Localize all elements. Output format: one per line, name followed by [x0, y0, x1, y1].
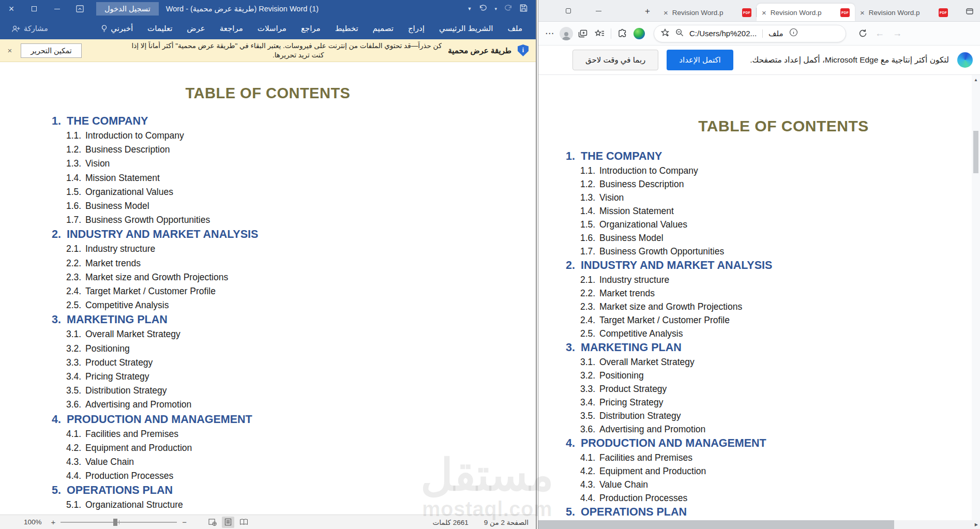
- minimize-button[interactable]: [46, 0, 68, 18]
- sign-in-button[interactable]: تسجيل الدخول: [96, 2, 159, 16]
- ribbon-tab-10[interactable]: أخبرني: [94, 20, 140, 37]
- back-icon[interactable]: →: [888, 28, 906, 39]
- edge-maximize-button[interactable]: [558, 0, 579, 22]
- toc-section-title: INDUSTRY AND MARKET ANALYSIS: [67, 228, 258, 240]
- toc-item: 1.5.Organizational Values: [566, 218, 972, 231]
- save-icon[interactable]: [520, 4, 527, 14]
- favorites-icon[interactable]: [591, 25, 608, 42]
- ribbon-tab-label: مراجع: [301, 24, 321, 33]
- toc-item-number: 4.1.: [580, 451, 599, 464]
- ribbon-display-options-icon: [76, 5, 84, 12]
- ribbon-tab-1[interactable]: الشريط الرئيسي: [432, 20, 501, 37]
- ribbon-tab-label: مراسلات: [258, 24, 287, 33]
- horizontal-scrollbar[interactable]: ▶: [538, 520, 980, 529]
- profile-avatar[interactable]: [558, 25, 575, 42]
- address-bar[interactable]: C:/Users/hp%202... ملف: [654, 25, 846, 42]
- tab-actions-menu-button[interactable]: [966, 7, 973, 17]
- toc-item-label: Business Growth Opportunities: [599, 246, 724, 256]
- ribbon-tab-6[interactable]: مراسلات: [250, 20, 294, 37]
- edge-setup-notification: ربما في وقت لاحق اكتمل الإعداد لتكون أكث…: [538, 46, 980, 75]
- read-mode-icon[interactable]: [237, 517, 250, 528]
- ribbon-display-options-button[interactable]: [68, 0, 91, 18]
- toc-item: 2.5.Competitive Analysis: [566, 327, 972, 340]
- tab-close-icon[interactable]: ×: [762, 8, 766, 17]
- ribbon-tab-7[interactable]: مراجعة: [213, 20, 250, 37]
- zoom-in-button[interactable]: +: [51, 518, 56, 526]
- word-window: × تسجيل الدخول Revision Word (1) (طريقة …: [0, 0, 537, 529]
- share-label: مشاركة: [24, 24, 48, 33]
- zoom-out-button[interactable]: −: [182, 518, 187, 526]
- idm-extension-icon[interactable]: [631, 25, 647, 42]
- tab-close-icon[interactable]: ×: [664, 8, 668, 17]
- web-layout-icon[interactable]: [206, 517, 219, 528]
- redo-icon[interactable]: [504, 4, 512, 13]
- browser-tab-0[interactable]: ×Revision Word.pPDF: [658, 4, 757, 21]
- edge-minimize-button[interactable]: [588, 0, 609, 22]
- toc-item-number: 1.4.: [66, 171, 85, 185]
- toc-section-title: OPERATIONS PLAN: [581, 506, 687, 518]
- ribbon-tab-2[interactable]: إدراج: [401, 20, 432, 37]
- url-text[interactable]: C:/Users/hp%202...: [689, 29, 757, 38]
- customize-toolbar-icon[interactable]: ▼: [468, 6, 472, 11]
- collections-icon[interactable]: [575, 25, 591, 42]
- zoom-slider-thumb[interactable]: [113, 519, 117, 526]
- toc-item-label: Target Market / Customer Profile: [599, 315, 730, 325]
- maximize-button[interactable]: [23, 0, 46, 18]
- toc-item: 1.2.Business Description: [566, 177, 972, 191]
- print-layout-icon[interactable]: [222, 517, 234, 528]
- toc-item: 1.3.Vision: [52, 157, 536, 171]
- toc-section-title: MARKETING PLAN: [67, 313, 168, 326]
- site-info-icon[interactable]: [789, 28, 798, 39]
- forward-icon[interactable]: ←: [871, 28, 888, 39]
- ribbon-tab-9[interactable]: تعليمات: [140, 20, 179, 37]
- close-button[interactable]: ×: [0, 0, 23, 18]
- document-area: TABLE OF CONTENTS 1.THE COMPANY1.1.Intro…: [0, 62, 536, 515]
- zoom-out-page-icon[interactable]: [675, 28, 684, 39]
- zoom-slider[interactable]: [61, 522, 177, 523]
- enable-editing-button[interactable]: تمكين التحرير: [21, 43, 82, 58]
- settings-menu-icon[interactable]: ⋯: [541, 25, 558, 42]
- ribbon-tab-0[interactable]: ملف: [500, 20, 530, 37]
- maximize-icon: [32, 6, 37, 11]
- toc-item-number: 1.1.: [580, 164, 599, 177]
- page-info[interactable]: الصفحة 2 من 9: [484, 518, 529, 526]
- protected-message-line2: كنت تريد تحريرها.: [87, 51, 324, 60]
- toc-item-label: Advertising and Promotion: [599, 424, 705, 434]
- toc-section-title: INDUSTRY AND MARKET ANALYSIS: [581, 259, 772, 271]
- edge-maximize-icon: [566, 8, 571, 13]
- scroll-up-icon[interactable]: ▲: [972, 78, 980, 82]
- vertical-scrollbar-thumb[interactable]: [973, 131, 978, 173]
- undo-icon[interactable]: [479, 4, 487, 13]
- maybe-later-button[interactable]: ربما في وقت لاحق: [572, 50, 658, 70]
- browser-tab-2[interactable]: ×Revision Word.pPDF: [855, 4, 953, 21]
- zoom-level[interactable]: 100%: [24, 518, 42, 526]
- new-tab-button[interactable]: +: [641, 5, 654, 18]
- complete-setup-button[interactable]: اكتمل الإعداد: [667, 50, 733, 70]
- undo-dropdown-icon[interactable]: ▾: [494, 6, 497, 11]
- toc-item-label: Production Processes: [85, 471, 173, 481]
- vertical-scrollbar[interactable]: ▲: [972, 75, 980, 520]
- toc-item: 3.6.Advertising and Promotion: [566, 422, 972, 436]
- toc-item-number: 4.3.: [580, 478, 599, 491]
- ribbon-tab-3[interactable]: تصميم: [366, 20, 401, 37]
- protected-bar-close-icon[interactable]: ×: [4, 46, 16, 55]
- word-count[interactable]: 2661 كلمات: [433, 518, 469, 526]
- ribbon-tab-5[interactable]: مراجع: [294, 20, 328, 37]
- tab-title: Revision Word.p: [771, 9, 837, 17]
- toc-item: 4.2.Equipment and Production: [52, 441, 536, 455]
- share-button[interactable]: مشاركة: [11, 24, 48, 33]
- browser-tab-1[interactable]: ×Revision Word.pPDF: [757, 4, 855, 21]
- toc-item-number: 3.6.: [66, 398, 85, 412]
- toc-item: 4.2.Equipment and Production: [566, 464, 972, 478]
- ribbon-tab-4[interactable]: تخطيط: [328, 20, 366, 37]
- reload-icon[interactable]: [854, 25, 871, 42]
- toc-item-label: Advertising and Promotion: [85, 399, 191, 410]
- toc-section-heading: 5.OPERATIONS PLAN: [52, 483, 536, 498]
- extensions-icon[interactable]: [614, 25, 631, 42]
- ribbon-tab-8[interactable]: عرض: [179, 20, 212, 37]
- tab-close-icon[interactable]: ×: [860, 8, 865, 17]
- scroll-right-icon[interactable]: ▶: [975, 522, 978, 527]
- toc-item-number: 2.1.: [66, 242, 85, 256]
- add-favorite-icon[interactable]: [661, 28, 670, 39]
- horizontal-scrollbar-thumb[interactable]: [538, 520, 894, 529]
